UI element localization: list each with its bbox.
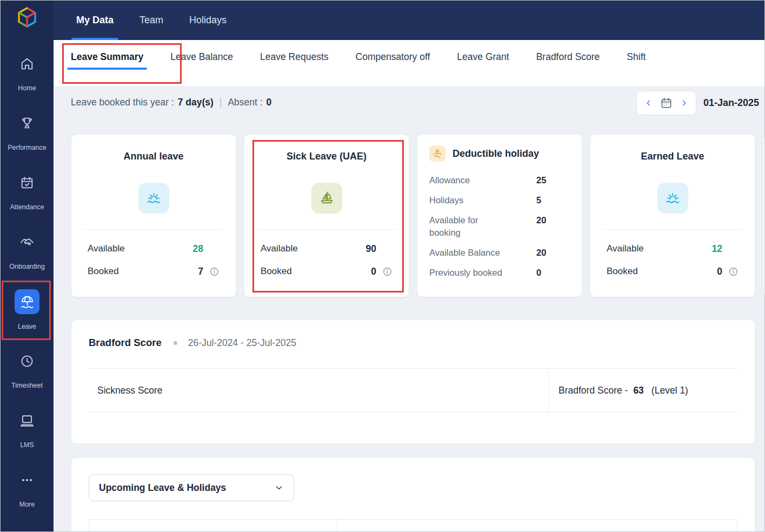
deductible-row: Holidays 5 (429, 190, 570, 210)
subtab-label: Compensatory off (356, 51, 430, 63)
row-value: 25 (536, 174, 546, 187)
subtab-label: Leave Summary (71, 51, 143, 63)
sun-waves-icon (138, 183, 169, 214)
current-period-date: 01-Jan-2025 (703, 97, 759, 109)
leave-summary-stats: Leave booked this year :7 day(s)|Absent … (71, 97, 271, 108)
chevron-right-icon[interactable] (680, 98, 689, 108)
sidebar-item-label: Attendance (10, 203, 44, 211)
sidebar-item-label: Home (18, 84, 36, 92)
card-earned-leave: Earned Leave Available 12 Booked 0 (590, 134, 755, 297)
info-icon[interactable] (382, 267, 393, 277)
sidebar-item-attendance[interactable]: Attendance (1, 169, 54, 229)
card-title: Deductible holiday (453, 148, 539, 159)
calendar-check-icon (19, 175, 35, 190)
tab-my-data[interactable]: My Data (76, 1, 114, 40)
booked-value: 0 (371, 266, 376, 277)
info-icon[interactable] (209, 267, 219, 277)
sun-waves-icon (657, 183, 688, 214)
row-label: Available Balance (429, 247, 510, 259)
card-deductible-holiday: Deductible holiday Allowance 25 Holidays… (417, 134, 582, 297)
available-label: Available (88, 243, 125, 254)
sidebar-item-label: Onboarding (9, 263, 44, 270)
date-navigator (636, 91, 696, 115)
row-value: 5 (536, 194, 541, 207)
absent-value: 0 (267, 97, 272, 108)
sidebar-item-label: Leave (18, 323, 36, 330)
sidebar-item-timesheet[interactable]: Timesheet (1, 348, 54, 407)
booked-label: Booked (607, 266, 638, 277)
booked-value: 0 (717, 266, 722, 277)
calendar-icon[interactable] (660, 97, 673, 109)
available-label: Available (261, 243, 298, 254)
booked-label: Booked (88, 266, 119, 277)
subtab-bradford-score[interactable]: Bradford Score (536, 40, 600, 86)
subtab-compensatory-off[interactable]: Compensatory off (356, 40, 430, 86)
available-value: 12 (712, 243, 722, 255)
deductible-row: Available for booking 20 (429, 210, 570, 243)
info-icon[interactable] (728, 267, 739, 277)
booked-value: 7 (198, 266, 203, 277)
chevron-down-icon (274, 483, 284, 493)
sidebar-item-label: Performance (8, 144, 46, 151)
subtab-shift[interactable]: Shift (627, 40, 646, 86)
table-column-divider (337, 520, 337, 532)
sidebar-item-leave[interactable]: Leave (1, 288, 54, 348)
sidebar-item-more[interactable]: More (1, 467, 54, 526)
sidebar-menu: Home Performance Attendance Onboarding (1, 50, 54, 526)
sidebar: Home Performance Attendance Onboarding (1, 1, 54, 531)
sidebar-item-lms[interactable]: LMS (1, 407, 54, 467)
subtab-leave-requests[interactable]: Leave Requests (260, 40, 328, 86)
home-icon (19, 56, 35, 71)
sidebar-item-label: More (19, 501, 35, 508)
bradford-score-panel: Bradford Score 26-Jul-2024 - 25-Jul-2025… (71, 320, 755, 444)
booked-this-year-value: 7 day(s) (178, 97, 214, 108)
divider (602, 229, 743, 230)
subtab-label: Shift (627, 51, 646, 63)
upcoming-dropdown[interactable]: Upcoming Leave & Holidays (89, 474, 294, 501)
stats-separator: | (219, 97, 222, 108)
tab-holidays[interactable]: Holidays (189, 1, 227, 40)
tab-team[interactable]: Team (139, 1, 163, 40)
sidebar-item-onboarding[interactable]: Onboarding (1, 229, 54, 288)
deductible-row: Allowance 25 (429, 170, 570, 190)
subtab-leave-summary[interactable]: Leave Summary (71, 40, 143, 86)
bradford-title: Bradford Score (89, 337, 162, 349)
sidebar-item-home[interactable]: Home (1, 50, 54, 110)
sidebar-item-label: LMS (20, 441, 34, 449)
dropdown-label: Upcoming Leave & Holidays (99, 482, 226, 494)
app-window: Home Performance Attendance Onboarding (0, 0, 765, 532)
bradford-period: 26-Jul-2024 - 25-Jul-2025 (188, 337, 296, 349)
card-title: Annual leave (71, 151, 236, 162)
subtab-leave-grant[interactable]: Leave Grant (457, 40, 509, 86)
row-value: 20 (536, 247, 546, 259)
booked-label: Booked (261, 266, 292, 277)
app-logo-icon[interactable] (14, 5, 40, 31)
row-value: 0 (536, 267, 541, 279)
deductible-row: Previously booked 0 (429, 263, 570, 283)
top-navigation: My Data Team Holidays (54, 1, 764, 40)
bradford-table: Sickness Score Bradford Score - 63 (Leve… (89, 368, 737, 413)
leave-subnav: Leave Summary Leave Balance Leave Reques… (54, 40, 764, 86)
row-label: Previously booked (429, 267, 510, 279)
subtab-label: Leave Balance (170, 51, 233, 63)
laptop-icon (19, 413, 35, 428)
card-partial (763, 134, 765, 297)
bullet-dot (174, 341, 177, 345)
divider (256, 229, 397, 230)
sidebar-item-performance[interactable]: Performance (1, 110, 54, 169)
booked-this-year-label: Leave booked this year : (71, 97, 174, 108)
card-sick-leave: Sick Leave (UAE) Available 90 Booked 0 (244, 134, 409, 297)
bradford-score-label: Bradford Score - (558, 385, 628, 396)
active-tab-underline (71, 38, 118, 40)
card-title: Sick Leave (UAE) (244, 151, 409, 162)
absent-label: Absent : (228, 97, 262, 108)
ellipsis-icon (19, 473, 35, 488)
subtab-label: Leave Requests (260, 51, 328, 63)
upcoming-panel: Upcoming Leave & Holidays (71, 457, 755, 532)
subtab-leave-balance[interactable]: Leave Balance (170, 40, 233, 86)
clock-icon (19, 354, 35, 369)
tab-label: Team (139, 15, 163, 26)
chevron-left-icon[interactable] (644, 98, 653, 108)
active-subtab-underline (67, 68, 147, 70)
trophy-icon (19, 116, 35, 131)
